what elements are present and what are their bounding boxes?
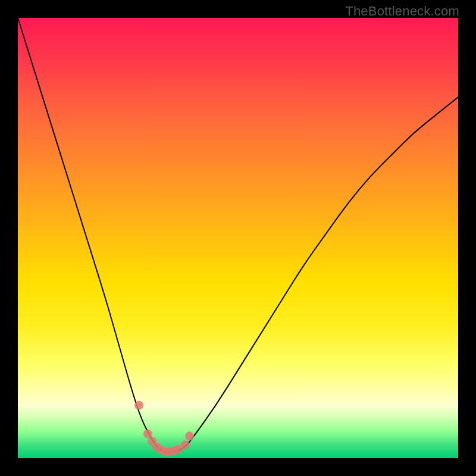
- bottleneck-curve: [18, 18, 458, 452]
- curve-svg: [18, 18, 458, 458]
- watermark-text: TheBottleneck.com: [345, 4, 459, 19]
- curve-marker: [181, 440, 190, 449]
- curve-marker: [185, 432, 194, 441]
- curve-markers: [134, 401, 194, 456]
- plot-area: [18, 18, 458, 458]
- curve-marker: [134, 401, 143, 410]
- chart-frame: TheBottleneck.com: [0, 0, 476, 476]
- curve-marker: [143, 430, 152, 439]
